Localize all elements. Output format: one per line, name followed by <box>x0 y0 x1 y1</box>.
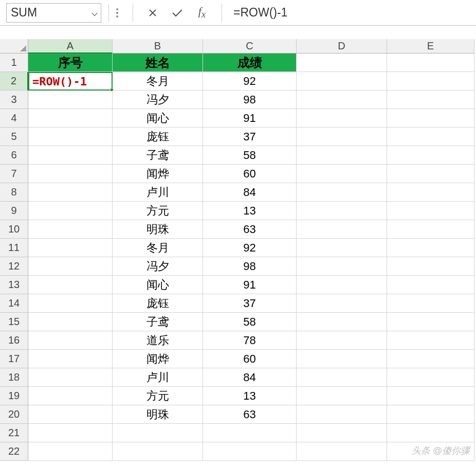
cell-D1[interactable] <box>297 53 387 72</box>
confirm-button[interactable] <box>168 4 187 22</box>
cell-A21[interactable] <box>28 424 113 442</box>
row-header-22[interactable]: 22 <box>0 442 28 461</box>
row-header-7[interactable]: 7 <box>0 165 28 183</box>
cell-A1[interactable]: 序号 <box>28 53 113 72</box>
cell-D20[interactable] <box>297 405 387 424</box>
cell-E8[interactable] <box>387 183 474 202</box>
col-header-B[interactable]: B <box>113 39 203 53</box>
select-all-button[interactable] <box>0 39 28 53</box>
cell-B16[interactable]: 道乐 <box>113 331 203 350</box>
cell-A5[interactable] <box>28 128 113 146</box>
cell-D12[interactable] <box>297 257 387 276</box>
cell-C6[interactable]: 58 <box>203 146 297 165</box>
cell-B18[interactable]: 卢川 <box>113 368 203 387</box>
cell-C10[interactable]: 63 <box>203 220 297 239</box>
cell-B4[interactable]: 闻心 <box>113 109 203 128</box>
cell-C21[interactable] <box>203 424 297 442</box>
formula-input[interactable] <box>229 3 476 23</box>
cell-E16[interactable] <box>387 331 474 350</box>
cell-E2[interactable] <box>387 72 474 91</box>
cell-C13[interactable]: 91 <box>203 276 297 294</box>
cell-B2[interactable]: 冬月 <box>113 72 203 91</box>
cell-C17[interactable]: 60 <box>203 350 297 368</box>
cell-D2[interactable] <box>297 72 387 91</box>
cell-A19[interactable] <box>28 387 113 405</box>
cell-A12[interactable] <box>28 257 113 276</box>
cell-D17[interactable] <box>297 350 387 368</box>
cell-E14[interactable] <box>387 294 474 313</box>
cells-area[interactable]: 序号姓名成绩=ROW()-1冬月92冯夕98闻心91庞钰37子鸢58闻烨60卢川… <box>28 53 474 461</box>
row-header-19[interactable]: 19 <box>0 387 28 405</box>
chevron-down-icon[interactable] <box>91 6 98 20</box>
cell-D13[interactable] <box>297 276 387 294</box>
row-header-18[interactable]: 18 <box>0 368 28 387</box>
cell-D22[interactable] <box>297 442 387 461</box>
cell-B9[interactable]: 方元 <box>113 202 203 220</box>
cell-D4[interactable] <box>297 109 387 128</box>
cell-D7[interactable] <box>297 165 387 183</box>
row-header-17[interactable]: 17 <box>0 350 28 368</box>
cell-C8[interactable]: 84 <box>203 183 297 202</box>
row-header-6[interactable]: 6 <box>0 146 28 165</box>
cell-A14[interactable] <box>28 294 113 313</box>
cell-D19[interactable] <box>297 387 387 405</box>
cell-D8[interactable] <box>297 183 387 202</box>
cell-B22[interactable] <box>113 442 203 461</box>
name-box[interactable]: SUM <box>6 3 101 23</box>
cell-D16[interactable] <box>297 331 387 350</box>
cell-E1[interactable] <box>387 53 474 72</box>
cell-A16[interactable] <box>28 331 113 350</box>
row-header-5[interactable]: 5 <box>0 128 28 146</box>
cell-B10[interactable]: 明珠 <box>113 220 203 239</box>
cell-D10[interactable] <box>297 220 387 239</box>
row-header-4[interactable]: 4 <box>0 109 28 128</box>
cell-E13[interactable] <box>387 276 474 294</box>
cell-E5[interactable] <box>387 128 474 146</box>
cell-D9[interactable] <box>297 202 387 220</box>
cell-B6[interactable]: 子鸢 <box>113 146 203 165</box>
cell-A6[interactable] <box>28 146 113 165</box>
cell-C22[interactable] <box>203 442 297 461</box>
cell-A4[interactable] <box>28 109 113 128</box>
cell-C9[interactable]: 13 <box>203 202 297 220</box>
row-header-20[interactable]: 20 <box>0 405 28 424</box>
cell-B19[interactable]: 方元 <box>113 387 203 405</box>
cell-A10[interactable] <box>28 220 113 239</box>
cell-B3[interactable]: 冯夕 <box>113 91 203 109</box>
cell-A11[interactable] <box>28 239 113 257</box>
row-header-11[interactable]: 11 <box>0 239 28 257</box>
cell-B14[interactable]: 庞钰 <box>113 294 203 313</box>
cell-E17[interactable] <box>387 350 474 368</box>
cell-E21[interactable] <box>387 424 474 442</box>
cell-A3[interactable] <box>28 91 113 109</box>
cell-C18[interactable]: 84 <box>203 368 297 387</box>
cell-E6[interactable] <box>387 146 474 165</box>
row-header-14[interactable]: 14 <box>0 294 28 313</box>
cell-C14[interactable]: 37 <box>203 294 297 313</box>
cell-C2[interactable]: 92 <box>203 72 297 91</box>
cell-C11[interactable]: 92 <box>203 239 297 257</box>
cell-B12[interactable]: 冯夕 <box>113 257 203 276</box>
cell-C4[interactable]: 91 <box>203 109 297 128</box>
cancel-button[interactable] <box>143 4 162 22</box>
row-header-3[interactable]: 3 <box>0 91 28 109</box>
cell-B15[interactable]: 子鸢 <box>113 313 203 331</box>
cell-D15[interactable] <box>297 313 387 331</box>
cell-A8[interactable] <box>28 183 113 202</box>
cell-D11[interactable] <box>297 239 387 257</box>
cell-B11[interactable]: 冬月 <box>113 239 203 257</box>
cell-E18[interactable] <box>387 368 474 387</box>
col-header-E[interactable]: E <box>387 39 474 53</box>
cell-C20[interactable]: 63 <box>203 405 297 424</box>
col-header-C[interactable]: C <box>203 39 297 53</box>
cell-E3[interactable] <box>387 91 474 109</box>
cell-E19[interactable] <box>387 387 474 405</box>
cell-D5[interactable] <box>297 128 387 146</box>
cell-E4[interactable] <box>387 109 474 128</box>
cell-C5[interactable]: 37 <box>203 128 297 146</box>
cell-A13[interactable] <box>28 276 113 294</box>
cell-D14[interactable] <box>297 294 387 313</box>
cell-B13[interactable]: 闻心 <box>113 276 203 294</box>
cell-E15[interactable] <box>387 313 474 331</box>
row-header-15[interactable]: 15 <box>0 313 28 331</box>
